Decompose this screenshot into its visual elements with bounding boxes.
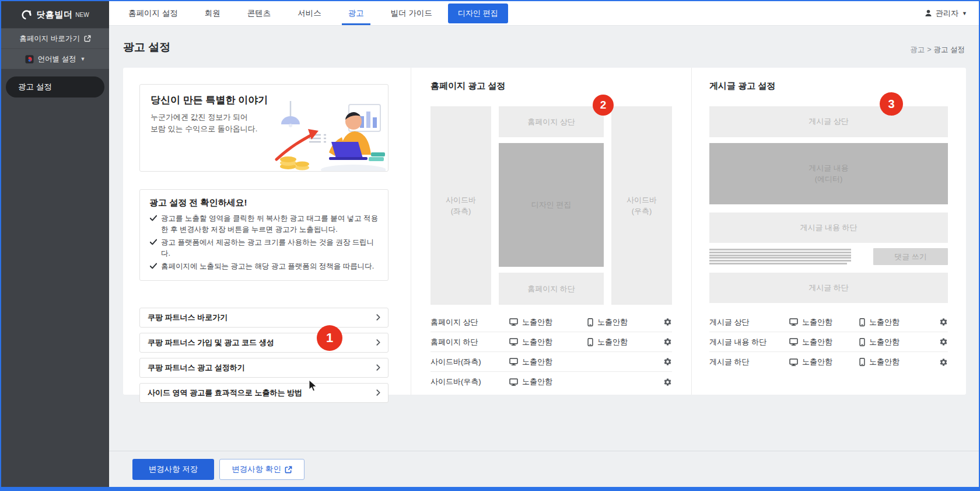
tab-homepage-settings[interactable]: 홈페이지 설정 — [122, 1, 184, 25]
row-label: 홈페이지 상단 — [430, 317, 509, 328]
monitor-icon — [509, 358, 518, 365]
sidebar: 닷홈빌더 NEW 홈페이지 바로가기 언어별 설정 ▼ 광고 설정 — [1, 1, 109, 487]
settings-gear-button[interactable] — [663, 318, 672, 326]
external-link-icon — [84, 35, 91, 42]
ad-area-post-top[interactable]: 게시글 상단 — [709, 106, 948, 137]
save-changes-button[interactable]: 변경사항 저장 — [132, 459, 214, 480]
user-name: 관리자 — [936, 8, 958, 19]
settings-gear-button[interactable] — [663, 378, 672, 386]
dothome-logo-icon — [21, 9, 32, 20]
smartphone-icon — [859, 318, 865, 326]
settings-gear-button[interactable] — [939, 337, 948, 346]
monitor-icon — [789, 338, 798, 346]
mobile-status: 노출안함 — [859, 357, 935, 367]
gear-icon — [939, 337, 948, 346]
tab-contents[interactable]: 콘텐츠 — [241, 1, 278, 25]
smartphone-icon — [587, 338, 593, 346]
tab-ads[interactable]: 광고 — [342, 1, 370, 25]
gear-icon — [939, 358, 948, 367]
page-title: 광고 설정 — [123, 40, 170, 55]
gear-icon — [663, 318, 672, 326]
breadcrumb-separator: > — [927, 46, 931, 54]
desktop-status: 노출안함 — [789, 317, 859, 328]
monitor-icon — [509, 378, 518, 386]
external-link-icon — [285, 466, 292, 473]
design-edit-button[interactable]: 디자인 편집 — [448, 4, 508, 23]
row-label: 사이드바(좌측) — [430, 357, 509, 367]
row-label: 홈페이지 하단 — [430, 337, 509, 347]
mobile-status: 노출안함 — [587, 337, 659, 347]
settings-gear-button[interactable] — [939, 358, 948, 367]
post-ads-column: 게시글 광고 설정 게시글 상단 게시글 내용 (에디터) 게시글 내용 하단 … — [691, 68, 966, 395]
nav-tabs: 홈페이지 설정 회원 콘텐츠 서비스 광고 빌더 가이드 — [122, 1, 439, 25]
ad-area-sidebar-right[interactable]: 사이드바 (우측) — [611, 106, 672, 305]
table-row: 게시글 상단 노출안함 노출안함 — [709, 312, 948, 332]
link-coupang-ad-setup[interactable]: 쿠팡 파트너스 광고 설정하기 — [139, 358, 388, 378]
footer-actions: 변경사항 저장 변경사항 확인 — [109, 451, 979, 487]
language-select-button[interactable]: 언어별 설정 ▼ — [1, 48, 109, 69]
settings-gear-button[interactable] — [663, 357, 672, 366]
ad-area-sidebar-left[interactable]: 사이드바 (좌측) — [430, 106, 491, 305]
ad-area-post-bottom[interactable]: 게시글 하단 — [709, 273, 948, 303]
desktop-status: 노출안함 — [509, 317, 587, 328]
link-label: 쿠팡 파트너스 가입 및 광고 코드 생성 — [148, 337, 274, 348]
table-row: 게시글 하단 노출안함 노출안함 — [709, 352, 948, 372]
chevron-right-icon — [376, 364, 380, 371]
smartphone-icon — [587, 318, 593, 326]
tab-members[interactable]: 회원 — [198, 1, 227, 25]
mobile-status: 노출안함 — [859, 317, 935, 328]
link-side-area-tips[interactable]: 사이드 영역 광고를 효과적으로 노출하는 방법 — [139, 383, 388, 403]
ad-area-post-content-bottom[interactable]: 게시글 내용 하단 — [709, 213, 948, 243]
gear-icon — [939, 318, 948, 326]
notice-text: 광고 플랫폼에서 제공하는 광고 크기를 사용하는 것을 권장 드립니다. — [161, 238, 374, 257]
design-edit-area[interactable]: 디자인 편집 — [499, 143, 604, 267]
ad-area-homepage-bottom[interactable]: 홈페이지 하단 — [499, 273, 604, 305]
sidebar-item-ad-settings[interactable]: 광고 설정 — [6, 76, 104, 97]
preview-changes-button[interactable]: 변경사항 확인 — [219, 459, 304, 480]
korea-flag-icon — [25, 55, 34, 64]
caret-down-icon: ▼ — [962, 11, 967, 16]
link-coupang-signup-adcode[interactable]: 쿠팡 파트너스 가입 및 광고 코드 생성 — [139, 333, 388, 353]
comment-lines — [709, 248, 851, 265]
desktop-status: 노출안함 — [509, 377, 587, 387]
chevron-right-icon — [376, 389, 380, 396]
top-navbar: 홈페이지 설정 회원 콘텐츠 서비스 광고 빌더 가이드 디자인 편집 관리자 … — [109, 1, 979, 26]
notice-box: 광고 설정 전 확인하세요! 광고를 노출할 영역을 클릭한 뒤 복사한 광고 … — [139, 189, 388, 281]
breadcrumb-current: 광고 설정 — [934, 46, 965, 54]
smartphone-icon — [859, 358, 865, 366]
monitor-icon — [789, 318, 798, 326]
table-row: 사이드바(좌측) 노출안함 — [430, 352, 672, 372]
language-label: 언어별 설정 — [38, 54, 76, 64]
settings-gear-button[interactable] — [939, 318, 948, 326]
row-label: 게시글 내용 하단 — [709, 337, 789, 347]
link-coupang-partners[interactable]: 쿠팡 파트너스 바로가기 — [139, 308, 388, 328]
mobile-status: 노출안함 — [587, 317, 659, 328]
desktop-status: 노출안함 — [509, 357, 587, 367]
row-label: 게시글 하단 — [709, 357, 789, 367]
ad-settings-card: 당신이 만든 특별한 이야기 누군가에겐 값진 정보가 되어 보람 있는 수익으… — [123, 68, 966, 395]
homepage-ads-column: 홈페이지 광고 설정 사이드바 (좌측) 홈페이지 상단 디자인 편집 홈페이지… — [411, 68, 691, 395]
gear-icon — [663, 378, 672, 386]
notice-title: 광고 설정 전 확인하세요! — [149, 197, 379, 208]
app-window: 닷홈빌더 NEW 홈페이지 바로가기 언어별 설정 ▼ 광고 설정 홈 — [0, 0, 980, 491]
settings-gear-button[interactable] — [663, 337, 672, 346]
table-row: 게시글 내용 하단 노출안함 노출안함 — [709, 332, 948, 352]
brand-logo[interactable]: 닷홈빌더 NEW — [1, 1, 109, 28]
gear-icon — [663, 357, 672, 366]
gear-icon — [663, 337, 672, 346]
breadcrumb: 광고>광고 설정 — [910, 45, 965, 55]
mobile-status: 노출안함 — [859, 337, 935, 347]
link-label: 사이드 영역 광고를 효과적으로 노출하는 방법 — [148, 388, 302, 398]
user-menu[interactable]: 관리자 ▼ — [925, 1, 967, 25]
tab-services[interactable]: 서비스 — [291, 1, 328, 25]
tab-builder-guide[interactable]: 빌더 가이드 — [384, 1, 439, 25]
post-ads-table: 게시글 상단 노출안함 노출안함 게시글 내용 하단 노출안함 노출안함 — [709, 312, 948, 372]
homepage-ads-table: 홈페이지 상단 노출안함 노출안함 홈페이지 하단 노출안함 노출안함 — [430, 312, 672, 392]
ad-area-homepage-top[interactable]: 홈페이지 상단 — [499, 106, 604, 137]
post-content-editor-area[interactable]: 게시글 내용 (에디터) — [709, 143, 948, 204]
homepage-shortcut-button[interactable]: 홈페이지 바로가기 — [1, 28, 109, 48]
breadcrumb-parent: 광고 — [910, 46, 925, 54]
monitor-icon — [509, 318, 518, 326]
link-label: 쿠팡 파트너스 광고 설정하기 — [148, 363, 245, 373]
desktop-status: 노출안함 — [509, 337, 587, 347]
